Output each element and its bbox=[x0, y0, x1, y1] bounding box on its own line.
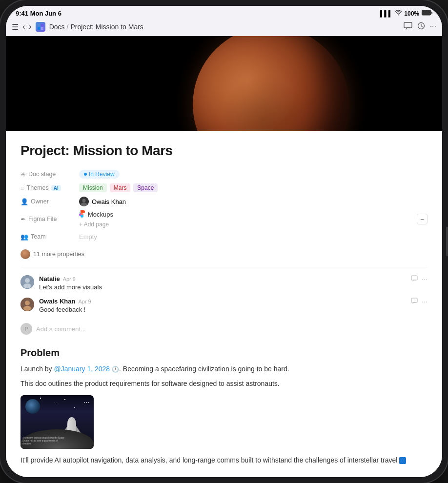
team-value[interactable]: Empty bbox=[79, 233, 97, 241]
comment-2-actions[interactable]: ··· bbox=[411, 298, 428, 306]
browser-actions: ··· bbox=[404, 22, 436, 32]
themes-value[interactable]: Mission Mars Space bbox=[79, 183, 158, 192]
more-actions-icon[interactable]: ··· bbox=[422, 275, 428, 283]
props-avatar bbox=[20, 249, 30, 259]
comment-2: Owais Khan Apr 9 Good feedback ! bbox=[20, 298, 428, 313]
svg-rect-1 bbox=[422, 11, 430, 15]
svg-rect-3 bbox=[38, 24, 41, 27]
browser-bar: ☰ ‹ › Docs / Project: Mission to Mars bbox=[6, 19, 442, 36]
comment-1-actions[interactable]: ··· bbox=[411, 275, 428, 283]
comments-section: Natalie Apr 9 Let's add more visuals bbox=[20, 275, 428, 338]
comment-2-date: Apr 9 bbox=[78, 299, 91, 304]
history-icon[interactable] bbox=[417, 22, 425, 32]
badge-dot bbox=[84, 173, 87, 176]
breadcrumb-separator: / bbox=[67, 23, 69, 31]
tag-space[interactable]: Space bbox=[133, 183, 158, 192]
comment-2-body: Owais Khan Apr 9 Good feedback ! bbox=[39, 298, 428, 313]
doc-body: Problem Launch by @January 1, 2028 🕐. Be… bbox=[20, 347, 428, 465]
svg-point-14 bbox=[23, 283, 31, 288]
svg-point-18 bbox=[23, 306, 31, 311]
comment-2-header: Owais Khan Apr 9 bbox=[39, 298, 428, 305]
space-image-container[interactable]: A company that can guide home the Space … bbox=[20, 395, 94, 449]
status-time: 9:41 Mon Jun 6 bbox=[16, 10, 61, 17]
star-2 bbox=[55, 402, 55, 403]
team-label: 👥 Team bbox=[20, 233, 79, 241]
earth-moon bbox=[25, 399, 40, 414]
menu-icon[interactable]: ☰ bbox=[12, 22, 19, 32]
image-menu-icon[interactable]: ··· bbox=[83, 398, 90, 407]
para-1: Launch by @January 1, 2028 🕐. Becoming a… bbox=[20, 363, 428, 374]
owner-value[interactable]: Owais Khan bbox=[79, 197, 126, 206]
image-caption: A company that can guide home the Space … bbox=[22, 437, 66, 446]
svg-point-13 bbox=[25, 278, 30, 283]
doc-stage-label: ✳ Doc stage bbox=[20, 171, 79, 178]
owner-avatar bbox=[79, 197, 89, 206]
collapse-button[interactable]: − bbox=[417, 214, 428, 224]
battery-icon bbox=[422, 10, 432, 17]
svg-rect-7 bbox=[404, 22, 412, 28]
current-user-avatar: P bbox=[20, 323, 32, 335]
owner-icon: 👤 bbox=[20, 198, 28, 205]
more-actions-icon-2[interactable]: ··· bbox=[422, 298, 428, 306]
doc-title: Project: Mission to Mars bbox=[20, 143, 428, 159]
comment-1-date: Apr 9 bbox=[63, 276, 76, 282]
star-1 bbox=[40, 398, 41, 399]
svg-point-10 bbox=[82, 199, 86, 202]
signal-icon: ▌▌▌ bbox=[380, 10, 393, 17]
figma-label: ✒ Figma File bbox=[20, 216, 79, 223]
team-empty: Empty bbox=[79, 233, 97, 241]
more-properties[interactable]: 11 more properties bbox=[20, 249, 428, 259]
ai-badge: AI bbox=[51, 185, 61, 191]
comment-1-text: Let's add more visuals bbox=[39, 283, 428, 291]
mockups-item[interactable]: Mockups bbox=[79, 210, 113, 218]
reply-icon-2[interactable] bbox=[411, 298, 418, 306]
wifi-icon bbox=[395, 10, 402, 17]
forward-icon[interactable]: › bbox=[29, 22, 31, 31]
figma-row: ✒ Figma File bbox=[20, 208, 428, 230]
comment-1: Natalie Apr 9 Let's add more visuals bbox=[20, 275, 428, 291]
more-icon[interactable]: ··· bbox=[430, 22, 436, 32]
properties: ✳ Doc stage In Review ≡ bbox=[20, 167, 428, 243]
mockups-link[interactable]: Mockups bbox=[88, 211, 113, 218]
notch bbox=[195, 0, 253, 6]
status-icons: ▌▌▌ 100% bbox=[380, 10, 432, 17]
comment-icon[interactable] bbox=[404, 22, 412, 32]
svg-rect-6 bbox=[41, 27, 43, 30]
more-properties-label[interactable]: 11 more properties bbox=[33, 251, 84, 258]
reply-icon[interactable] bbox=[411, 275, 418, 283]
content-area[interactable]: Project: Mission to Mars ✳ Doc stage In … bbox=[6, 36, 442, 477]
owner-row: 👤 Owner Owais Khan bbox=[20, 195, 428, 208]
add-comment-placeholder[interactable]: Add a comment... bbox=[36, 325, 86, 333]
side-button bbox=[446, 227, 448, 256]
back-icon[interactable]: ‹ bbox=[22, 22, 25, 31]
comment-2-text: Good feedback ! bbox=[39, 306, 428, 313]
svg-rect-2 bbox=[431, 12, 432, 14]
themes-icon: ≡ bbox=[20, 184, 24, 192]
comment-2-author: Owais Khan bbox=[39, 298, 75, 305]
owner-label: 👤 Owner bbox=[20, 198, 79, 205]
team-row: 👥 Team Empty bbox=[20, 230, 428, 243]
add-comment[interactable]: P Add a comment... bbox=[20, 320, 428, 338]
comment-1-avatar bbox=[20, 275, 34, 289]
tag-mars[interactable]: Mars bbox=[110, 183, 131, 192]
date-link[interactable]: @January 1, 2028 bbox=[54, 365, 110, 373]
status-bar: 9:41 Mon Jun 6 ▌▌▌ 100% bbox=[6, 6, 442, 19]
docs-link[interactable]: Docs bbox=[49, 23, 65, 31]
add-page[interactable]: + Add page bbox=[79, 221, 109, 228]
para-3: It'll provide AI autopilot navigation, d… bbox=[20, 455, 428, 465]
svg-point-11 bbox=[81, 202, 87, 206]
problem-title: Problem bbox=[20, 347, 428, 359]
tag-mission[interactable]: Mission bbox=[79, 183, 107, 192]
blue-square-icon bbox=[399, 457, 406, 464]
mars-planet bbox=[193, 36, 349, 131]
owner-name: Owais Khan bbox=[92, 198, 126, 205]
themes-label: ≡ Themes AI bbox=[20, 184, 79, 192]
figma-value[interactable]: Mockups + Add page bbox=[79, 210, 113, 228]
screen: 9:41 Mon Jun 6 ▌▌▌ 100% bbox=[6, 6, 442, 477]
comment-1-header: Natalie Apr 9 bbox=[39, 275, 428, 282]
svg-rect-19 bbox=[411, 298, 417, 302]
clock-icon: 🕐 bbox=[112, 366, 119, 373]
in-review-badge[interactable]: In Review bbox=[79, 170, 120, 179]
doc-stage-value[interactable]: In Review bbox=[79, 170, 120, 179]
svg-point-17 bbox=[25, 301, 30, 305]
